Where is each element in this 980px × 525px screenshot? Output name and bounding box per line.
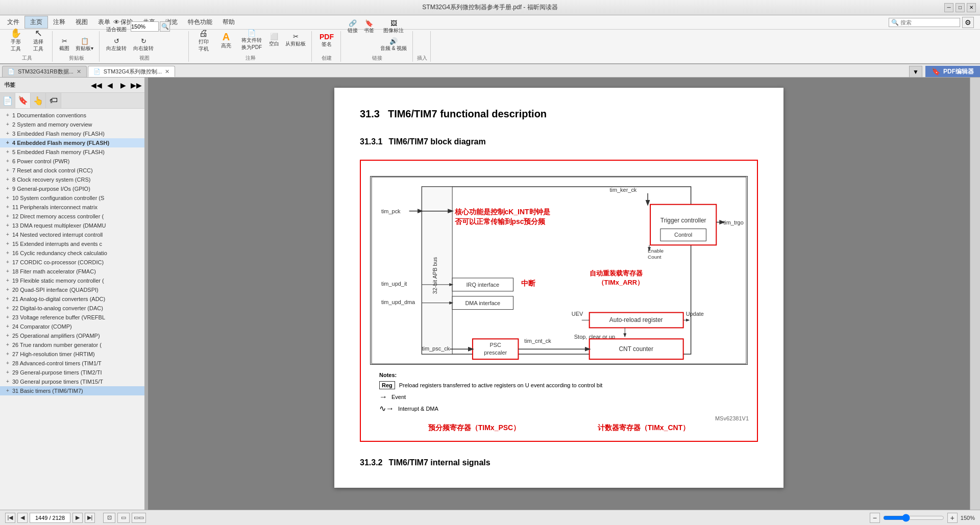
- tree-item-24[interactable]: +24 Comparator (COMP): [0, 322, 144, 331]
- tree-item-25[interactable]: +25 Operational amplifiers (OPAMP): [0, 331, 144, 340]
- tree-item-29[interactable]: +29 General-purpose timers (TIM2/TI: [0, 368, 144, 377]
- tree-item-6[interactable]: +6 Power control (PWR): [0, 157, 144, 166]
- tab-close-0[interactable]: ✕: [77, 68, 81, 75]
- tree-item-23[interactable]: +23 Voltage reference buffer (VREFBL: [0, 313, 144, 322]
- convert-pdf-button[interactable]: 📄 将文件转换为PDF: [238, 27, 265, 54]
- block-diagram-section: 32-bit APB bus tim_pck tim_ker_ck Trigge…: [360, 160, 758, 442]
- link-button[interactable]: 🔗 链接: [345, 18, 360, 36]
- pdf-editor-badge[interactable]: 🔖 PDF编辑器: [925, 66, 980, 77]
- tree-item-28[interactable]: +28 Advanced-control timers (TIM1/T: [0, 359, 144, 368]
- fit-width-status-button[interactable]: ⊡: [103, 513, 115, 523]
- zoom-controls: − + 150%: [870, 513, 975, 523]
- bookmark-icon: 🔖: [365, 20, 373, 27]
- select-tool-button[interactable]: ↖ 选择工具: [28, 27, 49, 54]
- settings-icon[interactable]: ⚙: [962, 17, 974, 28]
- page-next2-button[interactable]: ▶|: [85, 513, 95, 523]
- menu-view[interactable]: 视图: [70, 16, 93, 28]
- minimize-button[interactable]: ─: [944, 3, 953, 12]
- menu-help[interactable]: 帮助: [217, 16, 240, 28]
- two-page-button[interactable]: ▭▭: [132, 513, 146, 523]
- rotate-left-button[interactable]: ↺ 向左旋转: [104, 36, 129, 54]
- tree-item-7[interactable]: +7 Reset and clock control (RCC): [0, 166, 144, 175]
- zoom-out-button[interactable]: −: [870, 513, 880, 523]
- tree-item-12[interactable]: +12 Direct memory access controller (: [0, 212, 144, 221]
- sidebar-tab-finger[interactable]: 👆: [31, 93, 46, 108]
- pdf-sign-button[interactable]: PDF 签名: [316, 27, 337, 54]
- tree-item-10[interactable]: +10 System configuration controller (S: [0, 193, 144, 203]
- tree-item-3[interactable]: +3 Embedded Flash memory (FLASH): [0, 129, 144, 138]
- pdf-editor-label: PDF编辑器: [943, 67, 974, 76]
- menu-file[interactable]: 文件: [2, 16, 24, 28]
- print-button[interactable]: 🖨 打印字机: [193, 27, 214, 54]
- tree-item-14[interactable]: +14 Nested vectored interrupt controll: [0, 230, 144, 239]
- tab-0[interactable]: 📄 STM32G431RB数据... ✕: [2, 66, 87, 77]
- sidebar-next-button[interactable]: ▶: [117, 80, 129, 91]
- pdf-page: 31.3 TIM6/TIM7 functional description 31…: [334, 88, 783, 488]
- convert-icon: 📄: [248, 30, 256, 36]
- tree-item-26[interactable]: +26 True random number generator (: [0, 340, 144, 349]
- image-note-button[interactable]: 🖼 图像标注: [378, 18, 409, 36]
- highlight-button[interactable]: A 高亮: [215, 27, 237, 54]
- page-next-button[interactable]: ▶: [72, 513, 83, 523]
- clipboard-button[interactable]: 📋 剪贴板▾: [73, 36, 96, 54]
- fit-view-button[interactable]: 👁 适合视图: [104, 17, 129, 35]
- search-input[interactable]: [900, 19, 957, 26]
- pdf-area[interactable]: 31.3 TIM6/TIM7 functional description 31…: [148, 78, 970, 510]
- tree-item-18[interactable]: +18 Fiter math accelerator (FMAC): [0, 267, 144, 276]
- toolbar-group-clipboard: ✂ 截图 📋 剪贴板▾ 剪贴板: [54, 31, 100, 62]
- window-controls[interactable]: ─ □ ✕: [944, 3, 976, 12]
- sidebar-tab-tag[interactable]: 🏷: [46, 93, 61, 108]
- tree-item-9[interactable]: +9 General-purpose I/Os (GPIO): [0, 184, 144, 193]
- search-icon: 🔍: [891, 19, 899, 26]
- cursor-icon: ↖: [35, 29, 42, 38]
- tab-scroll-button[interactable]: ▼: [909, 66, 922, 77]
- sidebar-tab-page[interactable]: 📄: [0, 93, 15, 108]
- zoom-slider[interactable]: [883, 514, 944, 522]
- blank-button[interactable]: ⬜ 空白: [266, 32, 282, 49]
- tree-item-30[interactable]: +30 General purpose timers (TIM15/T: [0, 377, 144, 386]
- bookmark-button[interactable]: 🔖 书签: [361, 18, 377, 36]
- tree-item-17[interactable]: +17 CORDIC co-processor (CORDIC): [0, 258, 144, 267]
- tree-item-1[interactable]: +1 Documentation conventions: [0, 111, 144, 120]
- menu-annotate[interactable]: 注释: [48, 16, 70, 28]
- sidebar-tab-bookmark[interactable]: 🔖: [15, 93, 31, 108]
- tree-item-11[interactable]: +11 Peripherals interconnect matrix: [0, 203, 144, 212]
- page-first-button[interactable]: |◀: [5, 513, 15, 523]
- svg-text:IRQ interface: IRQ interface: [467, 282, 499, 288]
- zoom-search-button[interactable]: 🔍: [160, 21, 170, 32]
- tree-item-5[interactable]: +5 Embedded Flash memory (FLASH): [0, 147, 144, 157]
- svg-text:32-bit APB bus: 32-bit APB bus: [432, 257, 438, 294]
- tree-item-21[interactable]: +21 Analog-to-digital converters (ADC): [0, 294, 144, 304]
- zoom-input[interactable]: 150%: [131, 21, 159, 32]
- audio-video-button[interactable]: 🔊 音频 & 视频: [378, 36, 409, 54]
- hand-tool-button[interactable]: ✋ 手形工具: [5, 27, 27, 54]
- zoom-in-button[interactable]: +: [947, 513, 958, 523]
- tree-item-27[interactable]: +27 High-resolution timer (HRTIM): [0, 349, 144, 359]
- tree-item-22[interactable]: +22 Digital-to-analog converter (DAC): [0, 304, 144, 313]
- single-page-button[interactable]: ▭: [117, 513, 130, 523]
- tree-item-13[interactable]: +13 DMA request multiplexer (DMAMU: [0, 221, 144, 230]
- menu-feature[interactable]: 特色功能: [183, 16, 217, 28]
- tree-item-2[interactable]: +2 System and memory overview: [0, 120, 144, 129]
- tab-close-1[interactable]: ✕: [165, 68, 169, 75]
- notes-header: Notes:: [379, 372, 749, 378]
- rotate-right-button[interactable]: ↻ 向右旋转: [131, 36, 156, 54]
- close-button[interactable]: ✕: [967, 3, 976, 12]
- tree-item-16[interactable]: +16 Cyclic redundancy check calculatio: [0, 248, 144, 258]
- page-input[interactable]: [30, 513, 70, 523]
- tree-item-15[interactable]: +15 Extended interrupts and events c: [0, 239, 144, 248]
- tree-item-8[interactable]: +8 Clock recovery system (CRS): [0, 175, 144, 184]
- from-clipboard-button[interactable]: ✂ 从剪贴板: [283, 32, 308, 49]
- sidebar-prev-button[interactable]: ◀: [104, 80, 116, 91]
- restore-button[interactable]: □: [955, 3, 965, 12]
- tree-item-20[interactable]: +20 Quad-SPI interface (QUADSPI): [0, 285, 144, 294]
- tree-item-4[interactable]: +4 Embedded Flash memory (FLASH): [0, 138, 144, 147]
- page-prev-button[interactable]: ◀: [17, 513, 28, 523]
- tab-1[interactable]: 📄 STM32G4系列微控制... ✕: [88, 66, 175, 77]
- sidebar-first-button[interactable]: ◀◀: [90, 80, 103, 91]
- sidebar-last-button[interactable]: ▶▶: [130, 80, 142, 91]
- tree-item-31[interactable]: +31 Basic timers (TIM6/TIM7): [0, 386, 144, 395]
- tree-item-19[interactable]: +19 Flexible static memory controller (: [0, 276, 144, 285]
- screenshot-button[interactable]: ✂ 截图: [57, 36, 72, 54]
- tab-label-0: STM32G431RB数据...: [18, 68, 74, 76]
